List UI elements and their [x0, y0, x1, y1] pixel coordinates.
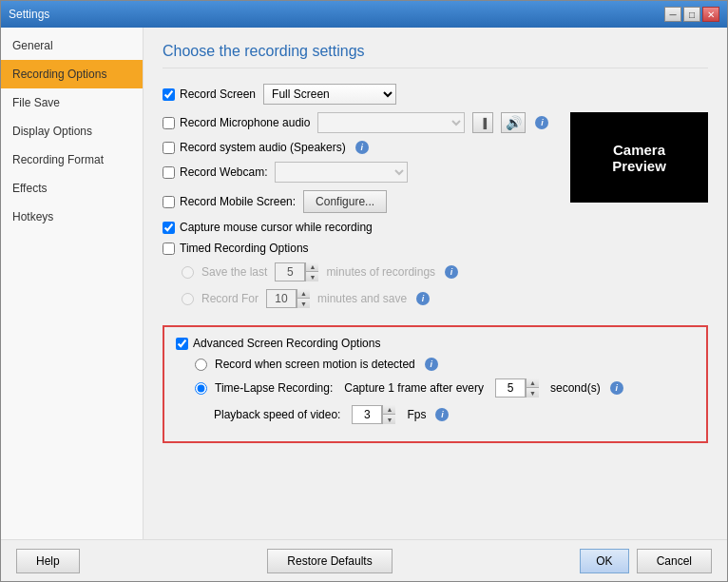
- frame-input[interactable]: [495, 378, 526, 398]
- record-microphone-row: Record Microphone audio ▐ 🔊 i: [163, 112, 555, 133]
- content-area: General Recording Options File Save Disp…: [1, 28, 727, 539]
- page-title: Choose the recording settings: [163, 43, 708, 68]
- playback-row: Playback speed of video: ▲ ▼ Fps i: [195, 405, 695, 424]
- frame-down[interactable]: ▼: [526, 388, 539, 398]
- timelapse-row: Time-Lapse Recording: Capture 1 frame af…: [195, 378, 695, 398]
- help-button[interactable]: Help: [16, 549, 80, 573]
- save-last-radio[interactable]: [182, 266, 194, 279]
- save-last-info-icon[interactable]: i: [445, 265, 458, 279]
- title-bar: Settings ─ □ ✕: [1, 1, 727, 28]
- record-screen-row: Record Screen Full Screen Custom Region …: [163, 84, 708, 105]
- record-microphone-dropdown: [317, 112, 465, 133]
- playback-down[interactable]: ▼: [382, 415, 395, 424]
- close-button[interactable]: ✕: [702, 7, 719, 22]
- capture-cursor-checkbox[interactable]: [163, 222, 175, 234]
- playback-spinner: ▲ ▼: [352, 405, 395, 424]
- mic-info-icon[interactable]: i: [535, 116, 548, 129]
- screen-motion-radio[interactable]: [195, 359, 207, 371]
- record-system-audio-label[interactable]: Record system audio (Speakers): [163, 141, 346, 154]
- maximize-button[interactable]: □: [683, 7, 700, 22]
- sidebar-item-file-save[interactable]: File Save: [1, 88, 143, 117]
- record-for-info-icon[interactable]: i: [416, 292, 430, 305]
- timed-recording-checkbox[interactable]: [163, 242, 175, 255]
- save-last-spinner: ▲ ▼: [275, 262, 318, 281]
- record-for-down[interactable]: ▼: [297, 299, 310, 308]
- record-mobile-checkbox[interactable]: [163, 196, 175, 208]
- record-for-input[interactable]: [266, 289, 297, 308]
- save-last-down[interactable]: ▼: [305, 272, 318, 281]
- sidebar-item-general[interactable]: General: [1, 31, 143, 60]
- window-title: Settings: [9, 8, 49, 21]
- record-for-spinner: ▲ ▼: [266, 289, 310, 308]
- frame-spinner: ▲ ▼: [495, 378, 539, 398]
- save-last-row: Save the last ▲ ▼ minutes of recordings …: [182, 262, 555, 281]
- record-microphone-label[interactable]: Record Microphone audio: [163, 116, 310, 129]
- camera-preview: Camera Preview: [570, 112, 708, 203]
- advanced-options-checkbox[interactable]: [176, 338, 188, 350]
- advanced-section-box: Advanced Screen Recording Options Record…: [163, 325, 708, 443]
- sidebar: General Recording Options File Save Disp…: [1, 28, 144, 539]
- record-webcam-label[interactable]: Record Webcam:: [163, 165, 267, 179]
- left-options: Record Microphone audio ▐ 🔊 i Record sys…: [163, 112, 555, 316]
- system-audio-info-icon[interactable]: i: [355, 141, 369, 154]
- record-mobile-row: Record Mobile Screen: Configure...: [163, 190, 555, 213]
- advanced-indent: Record when screen motion is detected i …: [176, 358, 695, 424]
- save-last-up[interactable]: ▲: [305, 262, 318, 272]
- timed-options-indent: Save the last ▲ ▼ minutes of recordings …: [163, 262, 555, 308]
- ok-button[interactable]: OK: [580, 549, 628, 573]
- main-panel: Choose the recording settings Record Scr…: [144, 28, 727, 539]
- title-bar-buttons: ─ □ ✕: [664, 7, 719, 22]
- record-for-radio[interactable]: [182, 293, 194, 305]
- record-system-audio-checkbox[interactable]: [163, 142, 175, 154]
- record-for-row: Record For ▲ ▼ minutes and save i: [182, 289, 555, 308]
- restore-defaults-button[interactable]: Restore Defaults: [267, 549, 392, 573]
- footer-right: OK Cancel: [580, 549, 712, 573]
- settings-window: Settings ─ □ ✕ General Recording Options…: [0, 0, 728, 582]
- record-for-up[interactable]: ▲: [297, 289, 310, 299]
- mic-bar-icon[interactable]: ▐: [472, 112, 493, 133]
- advanced-options-row: Advanced Screen Recording Options: [176, 337, 695, 350]
- footer: Help Restore Defaults OK Cancel: [1, 539, 727, 581]
- advanced-options-label[interactable]: Advanced Screen Recording Options: [176, 337, 380, 350]
- playback-info-icon[interactable]: i: [435, 408, 449, 421]
- record-screen-label[interactable]: Record Screen: [163, 87, 256, 101]
- configure-button[interactable]: Configure...: [303, 190, 387, 213]
- mic-speaker-icon[interactable]: 🔊: [501, 112, 526, 133]
- frame-up[interactable]: ▲: [526, 378, 539, 388]
- timelapse-info-icon[interactable]: i: [610, 381, 623, 395]
- capture-cursor-row: Capture mouse cursor while recording: [163, 221, 555, 234]
- mic-camera-section: Record Microphone audio ▐ 🔊 i Record sys…: [163, 112, 708, 316]
- sidebar-item-recording-options[interactable]: Recording Options: [1, 60, 143, 88]
- record-system-audio-row: Record system audio (Speakers) i: [163, 141, 555, 154]
- timed-recording-label[interactable]: Timed Recording Options: [163, 242, 309, 255]
- timed-recording-row: Timed Recording Options: [163, 242, 555, 255]
- minimize-button[interactable]: ─: [664, 7, 681, 22]
- sidebar-item-recording-format[interactable]: Recording Format: [1, 146, 143, 174]
- record-screen-checkbox[interactable]: [163, 88, 175, 101]
- record-webcam-row: Record Webcam:: [163, 162, 555, 183]
- record-microphone-checkbox[interactable]: [163, 117, 175, 129]
- capture-cursor-label[interactable]: Capture mouse cursor while recording: [163, 221, 373, 234]
- sidebar-item-display-options[interactable]: Display Options: [1, 117, 143, 146]
- screen-motion-row: Record when screen motion is detected i: [195, 358, 695, 371]
- timelapse-radio[interactable]: [195, 382, 207, 395]
- sidebar-item-hotkeys[interactable]: Hotkeys: [1, 203, 143, 231]
- screen-motion-info-icon[interactable]: i: [425, 358, 438, 371]
- cancel-button[interactable]: Cancel: [637, 549, 712, 573]
- record-webcam-dropdown: [275, 162, 408, 183]
- record-screen-dropdown[interactable]: Full Screen Custom Region Window: [263, 84, 396, 105]
- record-webcam-checkbox[interactable]: [163, 166, 175, 179]
- playback-input[interactable]: [352, 405, 382, 424]
- playback-up[interactable]: ▲: [382, 405, 395, 415]
- sidebar-item-effects[interactable]: Effects: [1, 174, 143, 203]
- record-mobile-label[interactable]: Record Mobile Screen:: [163, 195, 296, 208]
- save-last-input[interactable]: [275, 262, 305, 281]
